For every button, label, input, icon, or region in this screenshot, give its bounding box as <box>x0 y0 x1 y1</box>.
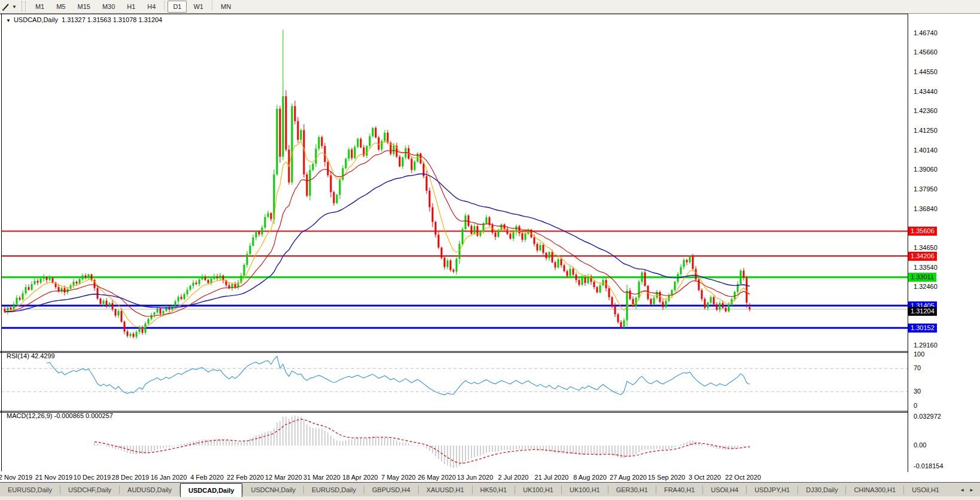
tab-scroll-controls: ◄ ► <box>954 483 980 497</box>
date-axis-label: 15 Sep 2020 <box>648 474 685 481</box>
date-axis-label: 22 Oct 2020 <box>725 474 761 481</box>
date-axis-label: 2 Jul 2020 <box>498 474 529 481</box>
chart-symbol-label: USDCAD,Daily <box>14 16 58 23</box>
status-strip <box>0 496 980 500</box>
tab-scroll-left-icon[interactable]: ◄ <box>960 487 964 493</box>
rsi-axis-label: 30 <box>914 388 921 395</box>
chart-tab[interactable]: UK100,H1 <box>562 483 608 497</box>
chart-tab[interactable]: USDCHF,Daily <box>60 483 119 497</box>
chart-tab[interactable]: GER30,H1 <box>608 483 656 497</box>
price-axis-label: 1.40140 <box>914 147 938 154</box>
rsi-axis-label: 0 <box>914 402 917 409</box>
chart-tab[interactable]: USDCNH,Daily <box>243 483 303 497</box>
timeframe-button-H1[interactable]: H1 <box>121 1 141 13</box>
chart-tab[interactable]: CHINA300,H1 <box>846 483 903 497</box>
price-level-label: 1.34206 <box>908 252 937 261</box>
timeframe-button-W1[interactable]: W1 <box>188 1 209 13</box>
price-axis[interactable]: 1.467401.456601.445501.434401.423601.412… <box>908 14 980 482</box>
date-axis-label: 27 Aug 2020 <box>610 474 647 481</box>
timeframe-button-M30[interactable]: M30 <box>97 1 120 13</box>
timeframe-toolbar: ▼ M1M5M15M30H1H4D1W1MN <box>0 0 980 14</box>
chart-tab[interactable]: FRA40,H1 <box>656 483 702 497</box>
timeframe-button-MN[interactable]: MN <box>215 1 236 13</box>
price-axis-label: 1.39060 <box>914 166 938 173</box>
price-axis-label: 1.41250 <box>914 127 938 134</box>
price-axis-label: 1.42360 <box>914 107 938 114</box>
drawing-tool-icon[interactable] <box>1 1 11 12</box>
timeframe-button-M15[interactable]: M15 <box>72 1 95 13</box>
chart-tab[interactable]: DJ30,Daily <box>798 483 845 497</box>
macd-histogram <box>95 416 750 468</box>
macd-indicator-label: MACD(12,26,9) -0.000865 0.000257 <box>7 412 113 419</box>
date-axis-label: 13 Jun 2020 <box>457 474 494 481</box>
price-level-label: 1.35606 <box>908 227 937 236</box>
chart-title-collapse-icon[interactable]: ▼ <box>6 18 11 23</box>
price-axis-label: 1.45660 <box>914 48 938 56</box>
ma-fast-line <box>5 141 750 328</box>
price-axis-label: 1.46740 <box>914 29 938 36</box>
rsi-axis-label: 100 <box>914 350 924 358</box>
chart-tab[interactable]: EURUSD,Daily <box>304 483 364 497</box>
date-axis-label: 16 Jan 2020 <box>151 474 187 481</box>
date-axis-label: 18 Apr 2020 <box>342 474 378 481</box>
chart-title: ▼USDCAD,Daily 1.31327 1.31563 1.31078 1.… <box>6 16 162 23</box>
chart-tab[interactable]: UK100,H1 <box>515 483 561 497</box>
date-axis-label: 4 Feb 2020 <box>190 474 224 481</box>
price-axis-label: 1.43440 <box>914 88 938 95</box>
price-chart-canvas[interactable] <box>0 14 980 482</box>
toolbar-separator <box>212 1 212 10</box>
price-axis-label: 1.34650 <box>914 244 938 251</box>
rsi-indicator-label: RSI(14) 42.4299 <box>7 352 55 359</box>
rsi-panel <box>1 368 908 392</box>
chart-tab[interactable]: USOil,H4 <box>703 483 746 497</box>
chart-tab[interactable]: XAUUSD,H1 <box>419 483 472 497</box>
chart-tabs: EURUSD,DailyUSDCHF,DailyAUDUSD,DailyUSDC… <box>0 483 947 497</box>
price-level-label: 1.30152 <box>908 324 937 333</box>
ma-slow-line <box>5 174 750 312</box>
date-axis-label: 3 Oct 2020 <box>689 474 721 481</box>
rsi-axis-label: 70 <box>914 364 921 371</box>
tab-scroll-right-icon[interactable]: ► <box>969 487 974 493</box>
timeframe-buttons: M1M5M15M30H1H4D1W1MN <box>29 1 237 13</box>
chart-tab[interactable]: AUDUSD,Daily <box>120 483 179 497</box>
candlestick-series <box>4 30 751 339</box>
chart-tab[interactable]: HK50,H1 <box>473 483 515 497</box>
chart-tab[interactable]: USOil,H1 <box>904 483 947 497</box>
toolbar-grip[interactable] <box>22 1 26 12</box>
chart-window: ▼USDCAD,Daily 1.31327 1.31563 1.31078 1.… <box>0 14 980 482</box>
trading-platform-window: ▼ M1M5M15M30H1H4D1W1MN ▼USDCAD,Daily 1.3… <box>0 0 980 500</box>
chart-tab[interactable]: GBPUSD,H4 <box>364 483 418 497</box>
price-axis-label: 1.29160 <box>914 342 938 349</box>
date-axis-label: 10 Dec 2019 <box>74 474 111 481</box>
date-axis-label: 21 Nov 2019 <box>35 474 72 481</box>
price-level-label: 1.33011 <box>908 273 936 282</box>
macd-axis-label: 0.00 <box>914 441 926 449</box>
chart-tab[interactable]: USDCAD,Daily <box>180 483 242 497</box>
date-axis-label: 28 Dec 2019 <box>112 474 149 481</box>
level-lines <box>1 231 908 328</box>
timeframe-button-H4[interactable]: H4 <box>142 1 161 13</box>
price-axis-label: 1.32460 <box>914 283 938 290</box>
drawing-tool-dropdown-icon[interactable]: ▼ <box>12 4 17 10</box>
macd-axis-label: -0.018154 <box>914 462 944 469</box>
timeframe-button-M1[interactable]: M1 <box>30 1 50 13</box>
timeframe-button-M5[interactable]: M5 <box>51 1 71 13</box>
date-axis[interactable]: 2 Nov 201921 Nov 201910 Dec 201928 Dec 2… <box>0 471 908 482</box>
macd-signal-line <box>95 419 750 463</box>
chart-tab-bar: EURUSD,DailyUSDCHF,DailyAUDUSD,DailyUSDC… <box>0 482 980 497</box>
price-axis-label: 1.44550 <box>914 68 938 75</box>
date-axis-label: 12 Mar 2020 <box>265 474 302 481</box>
timeframe-button-D1[interactable]: D1 <box>168 1 187 13</box>
chart-ohlc-values: 1.31327 1.31563 1.31078 1.31204 <box>62 16 162 23</box>
panel-borders <box>0 14 980 472</box>
toolbar-separator <box>164 1 165 10</box>
chart-tab[interactable]: EURUSD,Daily <box>0 483 60 497</box>
price-axis-label: 1.37950 <box>914 185 938 193</box>
date-axis-label: 31 Mar 2020 <box>303 474 340 481</box>
date-axis-label: 21 Jul 2020 <box>535 474 569 481</box>
chart-tab[interactable]: USDJPY,H1 <box>747 483 798 497</box>
date-axis-label: 8 Aug 2020 <box>573 474 607 481</box>
date-axis-label: 26 May 2020 <box>418 474 456 481</box>
date-axis-label: 7 May 2020 <box>381 474 415 481</box>
price-axis-label: 1.33540 <box>914 264 938 271</box>
